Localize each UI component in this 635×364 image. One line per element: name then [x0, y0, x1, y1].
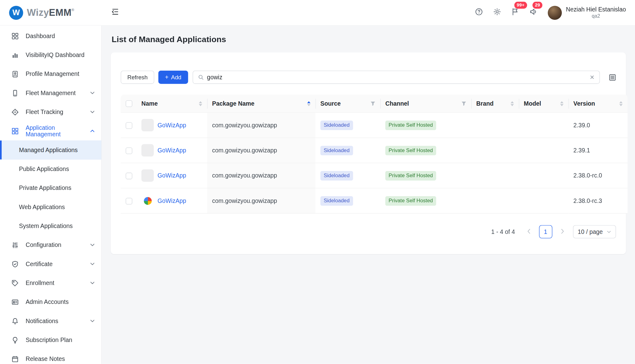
avatar	[548, 6, 562, 20]
sidebar-item-fleet-management[interactable]: Fleet Management	[0, 83, 101, 102]
row-checkbox[interactable]	[126, 122, 132, 129]
announcements-button[interactable]: 29	[530, 8, 537, 17]
mobile-device-icon	[11, 90, 19, 97]
model-cell	[519, 113, 568, 138]
sidebar-item-notifications[interactable]: Notifications	[0, 311, 101, 330]
user-menu[interactable]: Neziah Hiel Estanislao qa2	[548, 6, 626, 20]
row-checkbox[interactable]	[126, 147, 132, 154]
dashboard-icon	[11, 33, 19, 40]
sidebar-item-configuration[interactable]: Configuration	[0, 235, 101, 254]
sort-ascending-active-icon	[307, 101, 311, 106]
applications-table: Name Package Name	[121, 94, 628, 213]
topbar-actions: 99+ 29 Neziah Hiel Estanislao qa2	[475, 6, 635, 20]
refresh-button[interactable]: Refresh	[121, 71, 154, 84]
filter-funnel-icon[interactable]	[371, 101, 375, 106]
managed-applications-card: Refresh + Add ✕	[111, 52, 626, 254]
app-name-link[interactable]: GoWizApp	[158, 147, 186, 154]
announcement-count-badge: 29	[532, 2, 542, 9]
column-header-version[interactable]: Version	[568, 94, 628, 112]
row-checkbox[interactable]	[126, 198, 132, 204]
column-header-model[interactable]: Model	[519, 94, 568, 112]
sidebar-item-certificate[interactable]: Certificate	[0, 254, 101, 273]
sidebar-item-label: Release Notes	[26, 356, 65, 362]
brand-cell	[471, 138, 519, 163]
certificate-shield-icon	[11, 261, 19, 268]
top-bar: W WizyEMM® 99+	[0, 0, 635, 26]
chevron-down-icon	[90, 91, 95, 95]
chevron-down-icon	[607, 230, 611, 233]
flag-count-badge: 99+	[514, 2, 527, 9]
column-header-name[interactable]: Name	[136, 94, 207, 112]
page-number-button[interactable]: 1	[539, 225, 552, 239]
select-all-cell	[121, 94, 136, 112]
brand-cell	[471, 188, 519, 213]
chevron-left-icon	[526, 229, 531, 235]
channel-badge: Private Self Hosted	[385, 196, 436, 206]
sidebar-subitem-label: System Applications	[19, 223, 73, 229]
sidebar-subitem-web-applications[interactable]: Web Applications	[0, 197, 101, 216]
column-header-channel[interactable]: Channel	[380, 94, 471, 112]
brand-name-secondary: EMM	[49, 7, 72, 18]
sidebar-item-visibilityiq-dashboard[interactable]: VisibilityIQ Dashboard	[0, 46, 101, 64]
reports-button[interactable]: 99+	[511, 8, 519, 17]
help-button[interactable]	[475, 8, 483, 17]
page-size-select[interactable]: 10 / page	[573, 225, 616, 239]
pagination-total: 1 - 4 of 4	[491, 229, 515, 235]
table-row: GoWizApp com.gowizyou.gowizapp Sideloade…	[121, 138, 628, 163]
brand-cell	[471, 113, 519, 138]
chevron-down-icon	[90, 243, 95, 247]
previous-page-button[interactable]	[522, 225, 535, 239]
column-label: Package Name	[212, 100, 255, 107]
sidebar-item-subscription-plan[interactable]: Subscription Plan	[0, 331, 101, 349]
clear-search-icon[interactable]: ✕	[590, 74, 595, 80]
row-checkbox[interactable]	[126, 173, 132, 179]
select-all-checkbox[interactable]	[126, 100, 132, 107]
version-cell: 2.38.0-rc.0	[568, 163, 628, 188]
column-label: Version	[573, 100, 595, 107]
source-badge: Sideloaded	[320, 146, 353, 155]
source-badge: Sideloaded	[320, 121, 353, 130]
search-input[interactable]	[207, 74, 586, 81]
add-button[interactable]: + Add	[158, 71, 188, 84]
sidebar-item-admin-accounts[interactable]: Admin Accounts	[0, 292, 101, 311]
column-label: Channel	[385, 100, 409, 107]
sidebar-subitem-managed-applications[interactable]: Managed Applications	[0, 140, 101, 159]
sidebar-item-enrollment[interactable]: Enrollment	[0, 274, 101, 292]
next-page-button[interactable]	[556, 225, 569, 239]
calendar-notes-icon	[11, 355, 19, 362]
pagination: 1 - 4 of 4 1 10 / page	[121, 225, 616, 239]
settings-button[interactable]	[493, 8, 501, 17]
registered-mark: ®	[72, 8, 74, 12]
column-header-package-name[interactable]: Package Name	[207, 94, 315, 112]
model-cell	[519, 163, 568, 188]
sidebar-subitem-private-applications[interactable]: Private Applications	[0, 178, 101, 197]
page-title: List of Managed Applications	[112, 35, 626, 44]
app-name-link[interactable]: GoWizApp	[158, 122, 186, 129]
channel-badge: Private Self Hosted	[385, 146, 436, 155]
user-name: Neziah Hiel Estanislao	[566, 6, 626, 13]
sidebar-collapse-button[interactable]	[111, 8, 119, 17]
sidebar-item-profile-management[interactable]: Profile Management	[0, 64, 101, 83]
source-badge: Sideloaded	[320, 196, 353, 206]
column-header-source[interactable]: Source	[315, 94, 380, 112]
app-name-link[interactable]: GoWizApp	[158, 198, 186, 204]
column-header-brand[interactable]: Brand	[471, 94, 519, 112]
sidebar-item-label: Enrollment	[26, 280, 54, 286]
package-name-cell: com.gowizyou.gowizapp	[207, 188, 315, 213]
source-badge: Sideloaded	[320, 171, 353, 181]
sidebar-item-fleet-tracking[interactable]: Fleet Tracking	[0, 103, 101, 121]
page-size-value: 10 / page	[578, 229, 603, 235]
chevron-down-icon	[90, 319, 95, 323]
brand-logo[interactable]: W WizyEMM®	[0, 6, 102, 20]
app-name-link[interactable]: GoWizApp	[158, 172, 186, 179]
sidebar-subitem-label: Private Applications	[19, 185, 71, 191]
sidebar-item-release-notes[interactable]: Release Notes	[0, 349, 101, 364]
filter-funnel-icon[interactable]	[461, 101, 466, 106]
sidebar-subitem-public-applications[interactable]: Public Applications	[0, 160, 101, 178]
sidebar-subitem-system-applications[interactable]: System Applications	[0, 217, 101, 235]
bar-chart-icon	[11, 51, 19, 59]
sidebar-item-dashboard[interactable]: Dashboard	[0, 26, 101, 45]
sidebar-item-application-management[interactable]: Application Management	[0, 121, 101, 140]
search-box: ✕	[193, 71, 600, 84]
column-settings-button[interactable]	[609, 74, 616, 81]
